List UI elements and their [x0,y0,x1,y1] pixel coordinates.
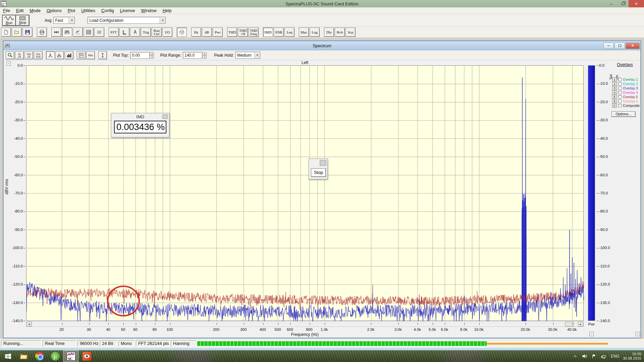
frequency-scrollbar[interactable]: ◄ ► [26,321,584,327]
plot-range-spinner[interactable]: ▲▼ [203,52,207,59]
chrome-taskbar-button[interactable] [32,350,47,362]
close-icon[interactable]: × [626,43,640,49]
spectrum-titlebar[interactable]: Spectrum – × [4,41,640,50]
plot-range-input[interactable]: 140.0 [183,52,202,59]
menu-options[interactable]: Options [44,7,65,14]
collapse-plot-button[interactable]: − [6,61,11,66]
collapse-power-button[interactable]: − [589,332,594,336]
peak-hold-select[interactable]: Medium ▼ [235,52,260,59]
minimize-icon[interactable]: – [603,43,614,49]
scale-settings-button[interactable] [119,27,129,37]
plot-top-input[interactable]: 0.00 [130,52,150,59]
menu-window[interactable]: Window [138,7,159,14]
menu-plot[interactable]: Plot [65,7,78,14]
scroll-right-icon[interactable]: ► [578,322,583,326]
menu-mode[interactable]: Mode [26,7,44,14]
plot-top-spinner[interactable]: ▲▼ [150,52,154,59]
marker-button[interactable]: Mrk [86,51,95,59]
calibration-button[interactable] [130,27,140,37]
menu-license[interactable]: License [117,7,138,14]
overlay-checkbox-4[interactable] [618,91,622,94]
plot-style-line-button[interactable] [46,51,55,59]
zoom-mode-button[interactable] [6,51,14,59]
overlay-set-button-3[interactable]: 3 [612,86,617,90]
io-settings-button[interactable]: I/O [162,27,172,37]
imd-dialog-titlebar[interactable]: IMD x [111,113,169,120]
display-options-button[interactable] [77,51,86,59]
overlay-set-button-C[interactable]: C [612,104,617,108]
load-configuration-select[interactable]: Load Configuration ▼ [88,17,166,24]
chevron-down-icon[interactable]: ▼ [254,52,260,58]
delay-button[interactable]: Dly [324,27,334,37]
snr-button[interactable]: SNR [274,27,284,37]
menu-edit[interactable]: Edit [13,7,26,14]
zoom-out-2x-button[interactable]: Out2X [24,51,33,59]
chevron-down-icon[interactable]: ▼ [160,17,165,23]
network-icon[interactable] [599,352,607,360]
run-control-button[interactable]: RunCtrl [152,27,162,37]
signal-generator-button[interactable] [177,27,187,37]
db-readout-button[interactable]: dB [202,27,212,37]
new-file-button[interactable] [1,27,11,37]
collapse-overlays-button[interactable]: − [636,332,640,336]
save-file-button[interactable] [22,27,33,37]
overlays-options-button[interactable]: Options... [611,111,636,117]
menu-config[interactable]: Config [98,7,117,14]
overlay-set-button-6[interactable]: 6 [612,99,617,103]
chevron-down-icon[interactable]: ▼ [69,17,74,23]
spectraplus-taskbar-button[interactable]: SC [63,350,79,362]
logging-button[interactable]: Log [310,27,320,37]
generator-stop-button[interactable]: Stop [311,168,326,177]
open-file-button[interactable] [12,27,22,37]
plot-style-bar-button[interactable] [65,51,73,59]
imd-button[interactable]: IMD [263,27,273,37]
power-readout-button[interactable]: Pwr [213,27,223,37]
close-icon[interactable]: x [320,160,326,166]
run-button[interactable]: Run [2,15,16,26]
file-explorer-taskbar-button[interactable] [16,350,32,362]
fft-settings-button[interactable]: FFT [109,27,119,37]
action-center-flag-icon[interactable] [590,352,598,360]
overlay-checkbox-3[interactable] [618,86,622,90]
vertical-scale-button[interactable] [98,51,107,59]
hidden-icons-chevron-icon[interactable] [571,352,579,360]
language-indicator[interactable]: ENG [609,354,622,359]
start-taskbar-button[interactable] [0,350,16,362]
overlay-checkbox-6[interactable] [618,100,622,103]
scope-button[interactable]: Scp [345,27,356,37]
utorrent-taskbar-button[interactable]: µ [47,350,63,362]
overlay-checkbox-C[interactable] [618,104,622,107]
stop-button[interactable]: Stop [16,15,29,26]
menu-file[interactable]: File [0,7,13,14]
thd-freq-button[interactable]: THDFreq [249,27,259,37]
reverb-button[interactable]: Rvb [335,27,345,37]
leq-button[interactable]: Leq [284,27,294,37]
menu-help[interactable]: Help [160,7,175,14]
menu-utilities[interactable]: Utilities [78,7,98,14]
overlay-checkbox-2[interactable] [618,82,622,85]
macro-button[interactable]: Mac [299,27,309,37]
plot-style-step-button[interactable] [55,51,64,59]
print-button[interactable] [37,27,47,37]
overlay-set-button-1[interactable]: 1 [612,77,617,81]
process-speed-button[interactable] [51,27,61,37]
avg-select[interactable]: Fast ▼ [53,17,75,24]
overlay-checkbox-5[interactable] [618,95,622,99]
clock[interactable]: 16:0530.08.2015 [623,352,641,361]
thd-button[interactable]: THD [227,27,237,37]
spectrogram-view-button[interactable] [84,27,94,37]
overlay-checkbox-1[interactable] [618,78,622,81]
overlay-set-button-4[interactable]: 4 [612,90,617,95]
restore-icon[interactable] [614,43,625,49]
close-icon[interactable]: x [162,114,168,119]
spectrum-view-button[interactable] [62,27,72,37]
image-viewer-taskbar-button[interactable] [79,350,95,362]
trigger-button[interactable]: Trig [141,27,151,37]
surface-view-button[interactable] [94,27,104,37]
zoom-out-full-button[interactable]: OutFull [34,51,43,59]
overlay-set-button-5[interactable]: 5 [612,95,617,99]
restore-icon[interactable] [617,0,629,7]
frequency-readout-button[interactable]: Hz [191,27,201,37]
scroll-left-icon[interactable]: ◄ [26,322,32,326]
plot-area[interactable] [26,65,584,321]
